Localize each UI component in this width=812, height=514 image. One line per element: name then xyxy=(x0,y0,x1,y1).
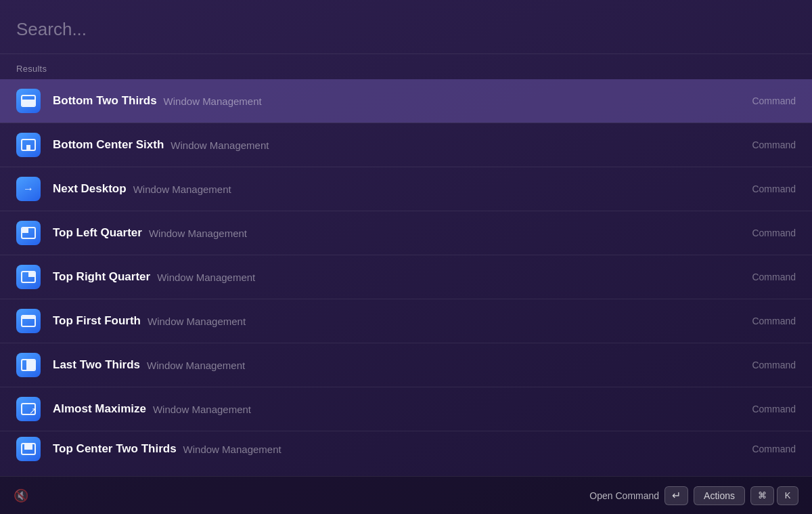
result-text: Next Desktop Window Management xyxy=(53,182,752,196)
bottom-left: 🔇 xyxy=(14,488,28,503)
list-item[interactable]: Bottom Two Thirds Window Management Comm… xyxy=(0,79,812,123)
list-item[interactable]: → Next Desktop Window Management Command xyxy=(0,167,812,211)
list-item[interactable]: Top Right Quarter Window Management Comm… xyxy=(0,255,812,299)
result-name: Next Desktop xyxy=(53,182,127,196)
result-category: Window Management xyxy=(157,272,255,283)
result-shortcut: Command xyxy=(752,272,796,282)
result-category: Window Management xyxy=(149,228,247,239)
result-name: Almost Maximize xyxy=(53,402,146,416)
result-shortcut: Command xyxy=(752,316,796,326)
result-name: Top Left Quarter xyxy=(53,226,142,240)
list-item[interactable]: Top Left Quarter Window Management Comma… xyxy=(0,211,812,255)
result-shortcut: Command xyxy=(752,140,796,150)
actions-button[interactable]: Actions xyxy=(694,486,745,505)
result-name: Top Right Quarter xyxy=(53,270,150,284)
result-category: Window Management xyxy=(153,404,251,415)
item-icon-top-center-two-thirds xyxy=(16,437,41,461)
list-item[interactable]: Last Two Thirds Window Management Comman… xyxy=(0,343,812,387)
bottom-bar: 🔇 Open Command ↵ Actions ⌘ K xyxy=(0,476,812,514)
result-category: Window Management xyxy=(147,360,245,371)
result-category: Window Management xyxy=(133,184,231,195)
results-section: Results Bottom Two Thirds Window Managem… xyxy=(0,54,812,476)
result-name: Top Center Two Thirds xyxy=(53,442,177,456)
result-shortcut: Command xyxy=(752,95,796,106)
result-text: Top Center Two Thirds Window Management xyxy=(53,442,752,456)
item-icon-almost-maximize: ↗ xyxy=(16,397,41,421)
result-shortcut: Command xyxy=(752,360,796,370)
result-text: Bottom Center Sixth Window Management xyxy=(53,138,752,152)
bottom-right: Open Command ↵ Actions ⌘ K xyxy=(589,486,798,505)
k-key-button[interactable]: K xyxy=(777,486,798,505)
list-item[interactable]: Top Center Two Thirds Window Management … xyxy=(0,431,812,467)
results-label: Results xyxy=(0,54,812,79)
cmd-key-button[interactable]: ⌘ xyxy=(750,486,774,505)
result-category: Window Management xyxy=(183,444,281,455)
result-text: Last Two Thirds Window Management xyxy=(53,358,752,372)
return-key-button[interactable]: ↵ xyxy=(664,486,688,505)
item-icon-top-left-quarter xyxy=(16,221,41,245)
item-icon-top-first-fourth xyxy=(16,309,41,333)
item-icon-top-right-quarter xyxy=(16,265,41,289)
item-icon-last-two-thirds xyxy=(16,353,41,377)
list-item[interactable]: ↗ Almost Maximize Window Management Comm… xyxy=(0,387,812,431)
result-shortcut: Command xyxy=(752,228,796,238)
result-text: Top First Fourth Window Management xyxy=(53,314,752,328)
result-category: Window Management xyxy=(164,95,262,107)
list-item[interactable]: Bottom Center Sixth Window Management Co… xyxy=(0,123,812,167)
result-category: Window Management xyxy=(171,140,269,151)
item-icon-bottom-two-thirds xyxy=(16,89,41,113)
result-name: Bottom Center Sixth xyxy=(53,138,164,152)
app-container: window management Results Bottom Two Thi… xyxy=(0,0,812,514)
kbd-row: ⌘ K xyxy=(750,486,798,505)
result-name: Bottom Two Thirds xyxy=(53,94,157,108)
result-shortcut: Command xyxy=(752,404,796,414)
results-list: Bottom Two Thirds Window Management Comm… xyxy=(0,79,812,476)
search-bar: window management xyxy=(0,0,812,54)
result-name: Last Two Thirds xyxy=(53,358,140,372)
result-text: Almost Maximize Window Management xyxy=(53,402,752,416)
list-item[interactable]: Top First Fourth Window Management Comma… xyxy=(0,299,812,343)
item-icon-next-desktop: → xyxy=(16,177,41,201)
search-input[interactable]: window management xyxy=(16,19,796,40)
open-command-label: Open Command xyxy=(589,490,659,501)
result-shortcut: Command xyxy=(752,444,796,454)
result-text: Top Right Quarter Window Management xyxy=(53,270,752,284)
result-name: Top First Fourth xyxy=(53,314,141,328)
result-category: Window Management xyxy=(148,316,246,327)
result-text: Top Left Quarter Window Management xyxy=(53,226,752,240)
result-shortcut: Command xyxy=(752,184,796,194)
item-icon-bottom-center-sixth xyxy=(16,133,41,157)
mute-icon: 🔇 xyxy=(14,488,28,503)
result-text: Bottom Two Thirds Window Management xyxy=(53,94,752,108)
